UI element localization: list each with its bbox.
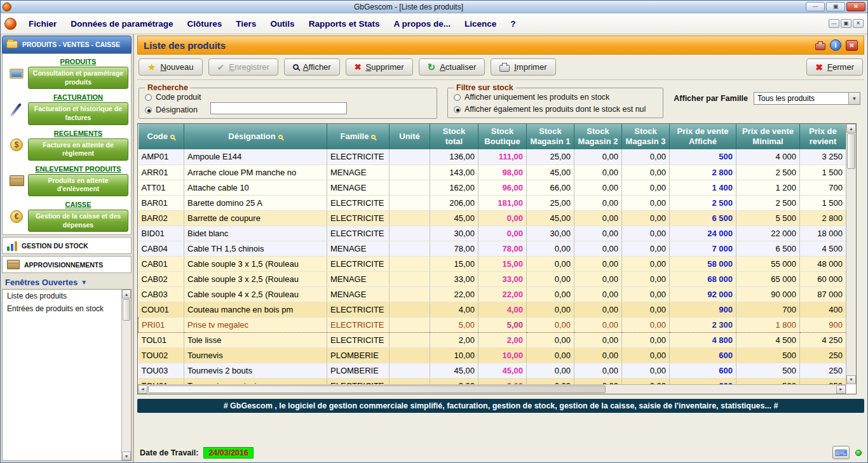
keyboard-icon[interactable]: ⌨	[832, 446, 850, 459]
stock-all-option[interactable]: Afficher également les produits dont le …	[454, 105, 657, 114]
scroll-up-icon[interactable]: ▲	[122, 290, 131, 299]
supprimer-button[interactable]: ✖Supprimer	[346, 58, 413, 76]
menu-item-item[interactable]: ?	[503, 16, 522, 32]
product-row-CAB02[interactable]: CAB02Cable souple 3 x 2,5 (RouleauMENAGE…	[139, 271, 846, 286]
scroll-thumb[interactable]	[123, 299, 130, 321]
open-windows-header[interactable]: Fenêtres Ouvertes ▼	[1, 273, 133, 289]
column-header-code[interactable]: Code	[139, 124, 184, 149]
product-row-COU01[interactable]: COU01Couteau manche en bois pmELECTRICIT…	[139, 302, 846, 317]
designation-radio[interactable]	[145, 107, 152, 114]
column-header-prix-de-vente-affiche[interactable]: Prix de vente Affiché	[670, 124, 736, 149]
product-row-AMP01[interactable]: AMP01Ampoule E144ELECTRICITE136,00111,00…	[139, 149, 846, 164]
enregistrer-button[interactable]: ✔Enregistrer	[208, 58, 278, 76]
header-close-icon[interactable]: ✕	[846, 40, 858, 51]
cell-mag2: 0,00	[574, 347, 622, 363]
scroll-right-icon[interactable]: ►	[836, 385, 846, 394]
column-header-prix-de-vente-minimal[interactable]: Prix de vente Minimal	[736, 124, 800, 149]
table-horizontal-scrollbar[interactable]: ◄ ►	[138, 384, 846, 394]
column-header-stock-boutique[interactable]: Stock Boutique	[478, 124, 527, 149]
scroll-down-icon[interactable]: ▼	[122, 452, 131, 460]
supply-box-icon	[7, 260, 20, 269]
scroll-up-icon[interactable]: ▲	[846, 124, 856, 133]
sidebar-button-caisse[interactable]: Gestion de la caisse et des dépenses	[28, 210, 128, 232]
actualiser-button[interactable]: ↻Actualiser	[419, 58, 485, 76]
cell-stock_boutique: 4,00	[478, 302, 527, 317]
open-window-liste-des-produits[interactable]: Liste des produits	[3, 290, 131, 302]
table-vertical-scrollbar[interactable]: ▲ ▼	[846, 124, 856, 384]
cell-mag1: 0,00	[527, 286, 574, 302]
scroll-thumb[interactable]	[847, 133, 855, 169]
column-header-designation[interactable]: Désignation	[184, 124, 327, 149]
code-produit-radio[interactable]	[145, 94, 152, 101]
product-row-BID01[interactable]: BID01Bidet blancELECTRICITE30,000,0030,0…	[139, 225, 846, 241]
menu-item-a-propos-de[interactable]: A propos de...	[386, 16, 458, 32]
menu-item-rapports-et-stats[interactable]: Rapports et Stats	[302, 16, 387, 32]
mdi-restore-icon[interactable]: ▣	[841, 19, 851, 28]
column-header-prix-de-revient[interactable]: Prix de revient	[800, 124, 846, 149]
nouveau-button[interactable]: ★Nouveau	[139, 58, 203, 76]
afficher-button[interactable]: Afficher	[284, 58, 340, 76]
restore-icon[interactable]: ▣	[826, 2, 845, 11]
menu-item-tiers[interactable]: Tiers	[229, 16, 263, 32]
menu-item-donnees-de-parametrage[interactable]: Données de paramétrage	[64, 16, 180, 32]
product-row-CAB03[interactable]: CAB03Cable souple 4 x 2,5 (RouleauMENAGE…	[139, 286, 846, 302]
stock-chart-icon	[7, 241, 17, 251]
menu-item-outils[interactable]: Outils	[263, 16, 301, 32]
code-produit-option[interactable]: Code produit	[145, 93, 201, 102]
open-windows-scrollbar[interactable]: ▲ ▼	[121, 290, 131, 460]
fermer-button[interactable]: ✖Fermer	[806, 58, 863, 76]
menu-item-clotures[interactable]: Clôtures	[180, 16, 229, 32]
product-row-TOL01[interactable]: TOL01Tole lisseELECTRICITE2,002,000,000,…	[139, 332, 846, 347]
chevron-down-icon[interactable]: ▼	[848, 93, 860, 104]
cell-prix_affiche: 600	[670, 363, 736, 378]
close-icon[interactable]: ✕	[846, 2, 865, 11]
header-print-icon[interactable]	[815, 41, 825, 50]
column-header-stock-magasin-2[interactable]: Stock Magasin 2	[574, 124, 622, 149]
column-header-famille[interactable]: Famille	[327, 124, 390, 149]
product-row-ATT01[interactable]: ATT01Attache cable 10MENAGE162,0096,0066…	[139, 180, 846, 195]
cell-designation: Attache cable 10	[184, 180, 327, 195]
column-header-stock-magasin-1[interactable]: Stock Magasin 1	[527, 124, 574, 149]
product-row-BAR02[interactable]: BAR02Barrette de coupureELECTRICITE45,00…	[139, 210, 846, 225]
cell-unite	[390, 363, 430, 378]
product-row-ARR01[interactable]: ARR01Arrache cloue PM manche noMENAGE143…	[139, 164, 846, 180]
column-header-unite[interactable]: Unité	[390, 124, 430, 149]
menu-item-fichier[interactable]: Fichier	[22, 16, 64, 32]
family-select[interactable]: Tous les produits ▼	[754, 92, 860, 105]
sidebar-button-enlevement-produits[interactable]: Produits en attente d'enlèvement	[28, 174, 128, 196]
product-row-BAR01[interactable]: BAR01Barette domino 25 AELECTRICITE206,0…	[139, 195, 846, 210]
stock-only-option[interactable]: Afficher uniquement les produits en stoc…	[454, 93, 657, 102]
scroll-down-icon[interactable]: ▼	[846, 375, 856, 384]
imprimer-button[interactable]: Imprimer	[491, 58, 555, 76]
product-row-PRI01[interactable]: PRI01Prise tv megalecELECTRICITE5,005,00…	[139, 317, 846, 332]
menu-item-licence[interactable]: Licence	[458, 16, 503, 32]
sidebar-item-gestion-du-stock[interactable]: GESTION DU STOCK	[2, 237, 132, 254]
scroll-left-icon[interactable]: ◄	[138, 385, 147, 394]
designation-option[interactable]: Désignation	[145, 105, 201, 114]
header-info-icon[interactable]: i	[830, 39, 841, 51]
search-input[interactable]	[210, 102, 347, 114]
minimize-icon[interactable]: —	[806, 2, 825, 11]
mdi-close-icon[interactable]: ✕	[853, 19, 864, 28]
cell-famille: ELECTRICITE	[327, 149, 390, 164]
column-header-stock-total[interactable]: Stock total	[430, 124, 478, 149]
product-row-CAB04[interactable]: CAB04Cable TH 1,5 chinoisMENAGE78,0078,0…	[139, 241, 846, 256]
sidebar-button-reglements[interactable]: Factures en attente de règlement	[28, 138, 128, 161]
product-row-TOU02[interactable]: TOU02TournevisPLOMBERIE10,0010,000,000,0…	[139, 347, 846, 363]
scroll-thumb[interactable]	[148, 386, 606, 393]
cell-mag2: 0,00	[574, 302, 622, 317]
sidebar-button-facturation[interactable]: Facturation et historique de factures	[28, 102, 128, 124]
refresh-icon: ↻	[428, 62, 436, 73]
product-row-TOU03[interactable]: TOU03Tournevis 2 boutsPLOMBERIE45,0045,0…	[139, 363, 846, 378]
sidebar-item-approvisionnements[interactable]: APPROVISIONNEMENTS	[2, 256, 132, 273]
cell-prix_revient: 2 800	[800, 210, 846, 225]
stock-all-radio[interactable]	[454, 106, 461, 113]
open-window-entrees-de-produits-en-stock[interactable]: Entrées de produits en stock	[3, 302, 131, 315]
column-header-stock-magasin-3[interactable]: Stock Magasin 3	[622, 124, 670, 149]
mdi-minimize-icon[interactable]: —	[829, 19, 839, 28]
sidebar-button-produits[interactable]: Consultation et paramétrage produits	[28, 67, 128, 89]
product-row-CAB01[interactable]: CAB01Cable souple 3 x 1,5 (RouleauELECTR…	[139, 256, 846, 271]
cell-unite	[390, 271, 430, 286]
stock-only-radio[interactable]	[454, 94, 461, 101]
button-label: Imprimer	[514, 62, 546, 72]
